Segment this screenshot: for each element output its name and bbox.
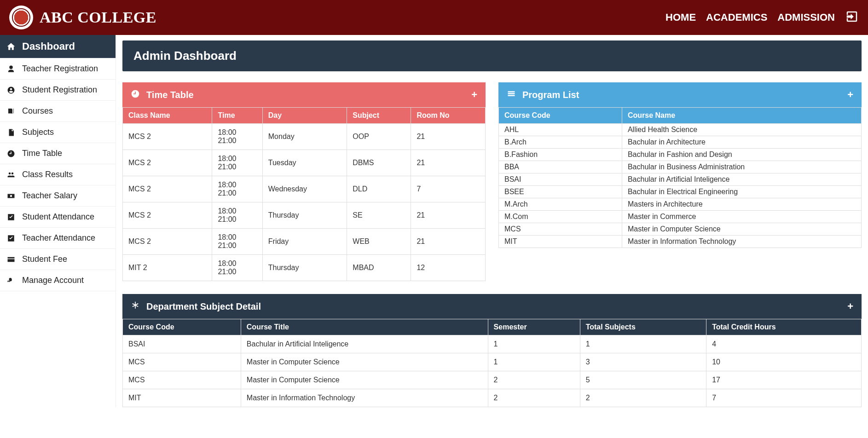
sidebar-item-time-table[interactable]: Time Table — [0, 143, 116, 164]
cell-subjects: 3 — [580, 353, 706, 371]
cell-subject: DLD — [347, 176, 411, 202]
cell-code: BBA — [499, 161, 622, 173]
top-nav: HOME ACADEMICS ADMISSION — [665, 10, 859, 25]
users-icon — [6, 171, 16, 179]
cell-code: MCS — [499, 223, 622, 236]
brand-title: ABC COLLEGE — [40, 9, 156, 26]
cell-credits: 17 — [706, 371, 862, 389]
cell-name: Bachular in Architecture — [622, 136, 861, 149]
table-row: MCS 218:0021:00FridayWEB21 — [123, 229, 486, 255]
cell-day: Monday — [262, 124, 347, 150]
logout-icon[interactable] — [845, 10, 859, 25]
sidebar-item-student-attendance[interactable]: Student Attendance — [0, 207, 116, 228]
cell-code: B.Fashion — [499, 149, 622, 161]
college-logo-icon — [9, 6, 33, 29]
nav-admission[interactable]: ADMISSION — [777, 12, 835, 23]
card-header-timetable: Time Table + — [122, 82, 486, 107]
cell-subjects: 1 — [580, 335, 706, 353]
cell-code: M.Arch — [499, 198, 622, 211]
sidebar-item-label: Student Fee — [22, 254, 67, 264]
table-row: MCS 218:0021:00MondayOOP21 — [123, 124, 486, 150]
sidebar-item-student-fee[interactable]: Student Fee — [0, 249, 116, 270]
card-header-programs: Program List + — [498, 82, 862, 107]
sidebar-item-label: Student Registration — [22, 85, 97, 95]
nav-home[interactable]: HOME — [665, 12, 696, 23]
cell-class: MIT 2 — [123, 255, 212, 281]
home-icon — [6, 41, 16, 52]
table-row: MCS 218:0021:00TuesdayDBMS21 — [123, 150, 486, 176]
sidebar-item-student-registration[interactable]: Student Registration — [0, 80, 116, 101]
cell-day: Thursday — [262, 255, 347, 281]
cell-class: MCS 2 — [123, 229, 212, 255]
sidebar-item-label: Teacher Registration — [22, 64, 98, 74]
sidebar-item-class-results[interactable]: Class Results — [0, 164, 116, 185]
nav-academics[interactable]: ACADEMICS — [706, 12, 767, 23]
cell-sem: 1 — [488, 353, 580, 371]
cell-name: Allied Health Science — [622, 124, 861, 136]
table-row: MCSMaster in Computer Science2517 — [123, 371, 862, 389]
th-room: Room No — [411, 108, 486, 124]
cell-sem: 2 — [488, 371, 580, 389]
sidebar-item-teacher-registration[interactable]: Teacher Registration — [0, 58, 116, 80]
cell-class: MCS 2 — [123, 176, 212, 202]
sidebar-item-dashboard[interactable]: Dashboard — [0, 35, 116, 58]
programs-table: Course Code Course Name AHLAllied Health… — [498, 107, 862, 248]
cell-subject: OOP — [347, 124, 411, 150]
cell-name: Master in Information Technology — [622, 236, 861, 248]
th-title: Course Title — [241, 319, 488, 335]
check-square-icon — [6, 213, 16, 221]
table-row: BBABachular in Business Administration — [499, 161, 862, 173]
add-timetable-button[interactable]: + — [471, 89, 477, 101]
add-dept-button[interactable]: + — [847, 300, 853, 312]
table-row: B.ArchBachular in Architecture — [499, 136, 862, 149]
cell-subject: DBMS — [347, 150, 411, 176]
sidebar-item-subjects[interactable]: Subjects — [0, 122, 116, 143]
cell-credits: 7 — [706, 389, 862, 407]
table-row: MITMaster in Information Technology — [499, 236, 862, 248]
sidebar: Dashboard Teacher Registration Student R… — [0, 35, 116, 407]
sidebar-item-courses[interactable]: Courses — [0, 101, 116, 122]
cell-subjects: 2 — [580, 389, 706, 407]
asterisk-icon — [131, 301, 140, 312]
table-row: BSAIBachular in Artificial Inteligence11… — [123, 335, 862, 353]
brand: ABC COLLEGE — [9, 6, 156, 29]
dept-table: Course Code Course Title Semester Total … — [122, 319, 862, 407]
th-subjects: Total Subjects — [580, 319, 706, 335]
cell-day: Friday — [262, 229, 347, 255]
cell-room: 21 — [411, 202, 486, 229]
sidebar-item-manage-account[interactable]: Manage Account — [0, 270, 116, 291]
cell-time: 18:0021:00 — [212, 202, 262, 229]
sidebar-item-teacher-salary[interactable]: Teacher Salary — [0, 185, 116, 207]
cell-code: B.Arch — [499, 136, 622, 149]
card-program-list: Program List + Course Code Course Name A… — [498, 82, 862, 281]
cell-title: Bachular in Artificial Inteligence — [241, 335, 488, 353]
sidebar-item-label: Dashboard — [22, 40, 75, 52]
cell-title: Master in Computer Science — [241, 371, 488, 389]
sidebar-item-teacher-attendance[interactable]: Teacher Attendance — [0, 228, 116, 249]
card-department-subject: Department Subject Detail + Course Code … — [122, 294, 862, 407]
sidebar-item-label: Teacher Salary — [22, 191, 77, 201]
cell-sem: 1 — [488, 335, 580, 353]
card-title: Time Table — [146, 90, 194, 100]
table-row: MCSMaster in Computer Science — [499, 223, 862, 236]
th-day: Day — [262, 108, 347, 124]
add-program-button[interactable]: + — [847, 89, 853, 101]
cell-day: Tuesday — [262, 150, 347, 176]
cell-time: 18:0021:00 — [212, 229, 262, 255]
cell-class: MCS 2 — [123, 202, 212, 229]
cell-code: MIT — [499, 236, 622, 248]
cell-time: 18:0021:00 — [212, 124, 262, 150]
key-icon — [6, 277, 16, 285]
cell-name: Bachular in Business Administration — [622, 161, 861, 173]
user-circle-icon — [6, 86, 16, 94]
sidebar-item-label: Courses — [22, 106, 53, 116]
th-code: Course Code — [123, 319, 241, 335]
cell-room: 12 — [411, 255, 486, 281]
cell-time: 18:0021:00 — [212, 255, 262, 281]
table-row: MCS 218:0021:00ThursdaySE21 — [123, 202, 486, 229]
th-code: Course Code — [499, 108, 622, 124]
sidebar-item-label: Class Results — [22, 170, 73, 179]
cell-code: MCS — [123, 353, 241, 371]
cell-name: Bachular in Electrical Engineering — [622, 186, 861, 198]
cell-code: BSAI — [499, 173, 622, 186]
